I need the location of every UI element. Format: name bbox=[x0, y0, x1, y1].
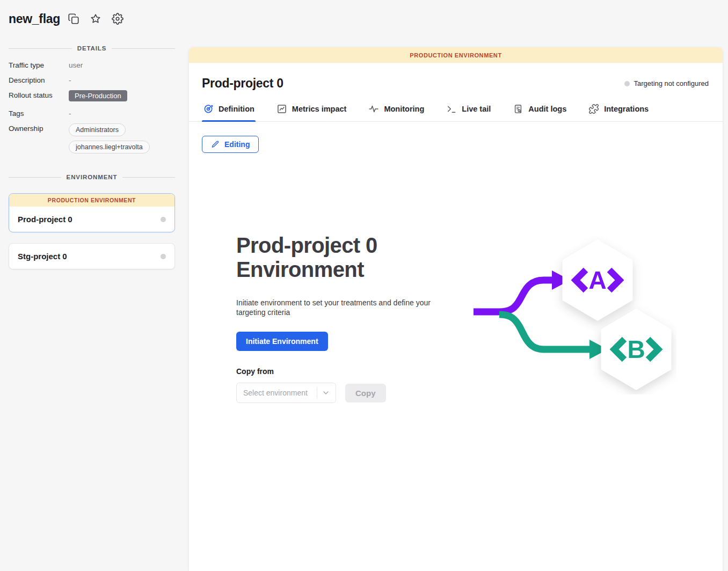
empty-state-description: Initiate environment to set your treatme… bbox=[236, 298, 431, 318]
select-placeholder: Select environment bbox=[243, 389, 315, 397]
environment-card-body: Stg-project 0 bbox=[9, 244, 174, 269]
flag-header-actions bbox=[68, 13, 123, 25]
tab-monitoring[interactable]: Monitoring bbox=[367, 99, 425, 121]
tab-bar: Definition Metrics impact Monitoring Liv… bbox=[189, 99, 723, 122]
detail-row-description: Description - bbox=[9, 75, 175, 84]
environment-name: Stg-project 0 bbox=[18, 252, 67, 261]
targeting-status: Targeting not configured bbox=[624, 79, 709, 87]
detail-value: - bbox=[69, 75, 71, 84]
detail-row-ownership: Ownership Administrators johannes.liegl+… bbox=[9, 123, 175, 153]
tab-audit-logs[interactable]: Audit logs bbox=[512, 99, 567, 121]
tab-definition[interactable]: Definition bbox=[202, 99, 256, 121]
pencil-icon bbox=[211, 140, 220, 149]
copy-from-label: Copy from bbox=[236, 367, 462, 376]
ab-split-svg: A B bbox=[467, 233, 676, 394]
environment-card-body: Prod-project 0 bbox=[9, 207, 174, 232]
detail-row-traffic-type: Traffic type user bbox=[9, 60, 175, 69]
copy-from-select[interactable]: Select environment bbox=[236, 383, 336, 403]
detail-label: Tags bbox=[9, 108, 69, 118]
detail-label: Traffic type bbox=[9, 60, 69, 69]
rollout-status-badge: Pre-Production bbox=[69, 90, 127, 101]
variant-a-arrow-line bbox=[474, 280, 553, 312]
tab-live-tail[interactable]: Live tail bbox=[445, 99, 492, 121]
detail-label: Rollout status bbox=[9, 90, 69, 99]
targeting-status-label: Targeting not configured bbox=[634, 79, 709, 87]
sidebar: DETAILS Traffic type user Description - … bbox=[0, 38, 189, 571]
editing-button[interactable]: Editing bbox=[202, 136, 259, 153]
gear-icon[interactable] bbox=[112, 13, 123, 25]
copy-from-controls: Select environment Copy bbox=[236, 383, 462, 403]
pulse-icon bbox=[368, 104, 379, 114]
variant-b-arrow-line bbox=[499, 314, 591, 349]
puzzle-icon bbox=[588, 104, 599, 114]
tab-label: Monitoring bbox=[384, 105, 424, 113]
environment-status-dot bbox=[161, 254, 166, 259]
divider bbox=[317, 387, 317, 398]
editing-button-label: Editing bbox=[224, 140, 250, 149]
variant-b-hexagon: B bbox=[602, 310, 670, 389]
copy-button[interactable]: Copy bbox=[345, 384, 386, 402]
owner-pill: Administrators bbox=[69, 123, 126, 136]
terminal-icon bbox=[446, 104, 457, 114]
detail-value: - bbox=[69, 108, 71, 118]
divider bbox=[112, 48, 175, 49]
audit-log-icon bbox=[513, 104, 523, 114]
production-environment-banner: PRODUCTION ENVIRONMENT bbox=[189, 47, 723, 63]
main-panel: PRODUCTION ENVIRONMENT Prod-project 0 Ta… bbox=[189, 47, 723, 571]
tab-metrics-impact[interactable]: Metrics impact bbox=[275, 99, 348, 121]
tab-label: Integrations bbox=[604, 105, 649, 113]
flag-name-title: new_flag bbox=[9, 12, 60, 26]
details-section-heading: DETAILS bbox=[9, 45, 175, 52]
variant-a-letter: A bbox=[588, 266, 606, 294]
detail-row-tags: Tags - bbox=[9, 108, 175, 118]
divider bbox=[9, 48, 72, 49]
copy-icon[interactable] bbox=[68, 13, 79, 25]
variant-a-hexagon: A bbox=[564, 241, 631, 319]
environment-status-dot bbox=[161, 217, 166, 222]
targeting-status-dot bbox=[624, 81, 630, 86]
environment-name: Prod-project 0 bbox=[18, 215, 72, 224]
tab-integrations[interactable]: Integrations bbox=[587, 99, 650, 121]
tab-label: Metrics impact bbox=[292, 105, 347, 113]
environment-section-heading: ENVIRONMENT bbox=[9, 174, 175, 180]
tab-label: Live tail bbox=[462, 105, 491, 113]
page-header: new_flag bbox=[0, 0, 728, 38]
panel-header: Prod-project 0 Targeting not configured bbox=[189, 63, 723, 91]
divider bbox=[122, 177, 175, 178]
owner-pill: johannes.liegl+travolta bbox=[69, 141, 150, 153]
target-icon bbox=[203, 104, 214, 114]
empty-state-text-column: Prod-project 0 Environment Initiate envi… bbox=[236, 233, 462, 403]
empty-state-heading: Prod-project 0 Environment bbox=[236, 233, 419, 282]
detail-label: Ownership bbox=[9, 123, 69, 133]
variant-b-letter: B bbox=[627, 335, 645, 363]
detail-label: Description bbox=[9, 75, 69, 84]
detail-value: user bbox=[69, 60, 83, 69]
environment-heading-label: ENVIRONMENT bbox=[67, 174, 118, 180]
ab-split-illustration: A B bbox=[467, 233, 676, 403]
environment-empty-state: Prod-project 0 Environment Initiate envi… bbox=[189, 233, 723, 403]
environment-title: Prod-project 0 bbox=[202, 76, 283, 91]
chevron-down-icon bbox=[322, 389, 330, 397]
star-icon[interactable] bbox=[90, 13, 101, 25]
details-heading-label: DETAILS bbox=[77, 45, 107, 52]
detail-row-rollout-status: Rollout status Pre-Production bbox=[9, 90, 175, 101]
initiate-environment-button[interactable]: Initiate Environment bbox=[236, 332, 328, 351]
tab-label: Audit logs bbox=[528, 105, 566, 113]
environment-card-prod[interactable]: PRODUCTION ENVIRONMENT Prod-project 0 bbox=[9, 193, 175, 232]
environment-card-stg[interactable]: Stg-project 0 bbox=[9, 243, 175, 269]
ownership-pills: Administrators johannes.liegl+travolta bbox=[69, 123, 150, 153]
tab-label: Definition bbox=[219, 105, 254, 113]
divider bbox=[9, 177, 61, 178]
production-environment-banner: PRODUCTION ENVIRONMENT bbox=[9, 194, 174, 207]
chart-icon bbox=[276, 104, 287, 114]
